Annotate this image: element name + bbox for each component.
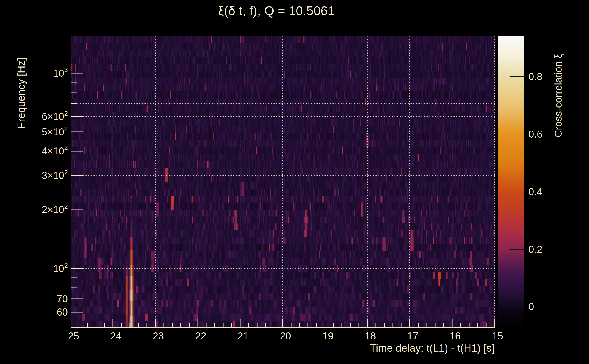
y-tick-label: 102 [53, 263, 68, 275]
heatmap-canvas [71, 36, 495, 328]
colorbar-tick-label: 0 [529, 301, 534, 312]
x-tick-label: −15 [486, 330, 503, 342]
colorbar-tick-label: 0.2 [529, 244, 542, 255]
x-tick-label: −17 [401, 330, 418, 342]
y-tick-label: 2×102 [42, 204, 68, 216]
colorbar-tick-label: 0.8 [529, 71, 542, 82]
x-tick-label: −20 [274, 330, 291, 342]
chart-title: ξ(δ t, f), Q = 10.5061 [218, 3, 335, 18]
x-tick-label: −21 [232, 330, 249, 342]
y-tick-label: 6×102 [42, 111, 68, 122]
x-tick-label: −18 [359, 330, 376, 342]
colorbar-tick-mark [510, 249, 525, 250]
colorbar-gradient [498, 36, 524, 327]
y-tick-label: 4×102 [42, 145, 68, 157]
x-tick-label: −24 [105, 330, 122, 342]
colorbar-tick-mark [510, 134, 525, 134]
y-tick-label: 70 [57, 293, 68, 305]
colorbar-tick-label: 0.4 [529, 186, 542, 197]
x-tick-label: −22 [189, 330, 206, 342]
x-tick-label: −23 [147, 330, 164, 342]
x-tick-label: −19 [316, 330, 334, 342]
y-tick-label: 5×102 [42, 126, 68, 138]
colorbar-tick-mark [510, 192, 525, 192]
figure: ξ(δ t, f), Q = 10.5061 Frequency [Hz] −2… [0, 0, 589, 364]
colorbar-tick-mark [510, 77, 525, 77]
x-tick-label: −25 [62, 330, 79, 342]
colorbar-tick-mark [510, 306, 525, 307]
colorbar-title: Cross-correlation ξ [553, 54, 564, 137]
y-tick-label: 60 [57, 306, 68, 318]
y-tick-label: 3×102 [42, 170, 68, 181]
x-axis-title: Time delay: t(L1) - t(H1) [s] [370, 342, 495, 354]
y-axis-title: Frequency [Hz] [15, 58, 27, 129]
colorbar-tick-label: 0.6 [529, 129, 542, 140]
y-tick-label: 103 [53, 67, 68, 79]
x-tick-label: −16 [444, 330, 461, 342]
